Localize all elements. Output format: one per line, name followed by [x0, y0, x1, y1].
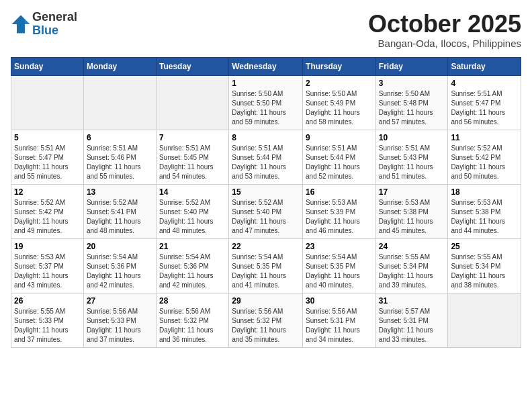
day-number: 3 — [379, 79, 445, 88]
day-number: 21 — [159, 242, 226, 251]
calendar-cell: 18Sunrise: 5:53 AM Sunset: 5:38 PM Dayli… — [448, 184, 521, 238]
calendar-cell: 1Sunrise: 5:50 AM Sunset: 5:50 PM Daylig… — [229, 75, 303, 130]
day-info: Sunrise: 5:50 AM Sunset: 5:49 PM Dayligh… — [306, 89, 373, 127]
weekday-header-tuesday: Tuesday — [156, 57, 228, 75]
calendar-cell: 21Sunrise: 5:54 AM Sunset: 5:36 PM Dayli… — [156, 238, 228, 293]
calendar-cell: 26Sunrise: 5:55 AM Sunset: 5:33 PM Dayli… — [11, 293, 84, 347]
calendar-cell: 8Sunrise: 5:51 AM Sunset: 5:44 PM Daylig… — [229, 130, 303, 184]
weekday-header-wednesday: Wednesday — [229, 57, 303, 75]
day-info: Sunrise: 5:57 AM Sunset: 5:31 PM Dayligh… — [379, 307, 445, 345]
calendar-cell: 10Sunrise: 5:51 AM Sunset: 5:43 PM Dayli… — [375, 130, 448, 184]
weekday-header-friday: Friday — [375, 57, 448, 75]
title-block: October 2025 Bangan-Oda, Ilocos, Philipp… — [368, 11, 521, 49]
day-info: Sunrise: 5:56 AM Sunset: 5:32 PM Dayligh… — [159, 307, 226, 345]
day-number: 29 — [232, 296, 300, 306]
logo-general-text: General — [32, 11, 77, 24]
day-info: Sunrise: 5:54 AM Sunset: 5:35 PM Dayligh… — [306, 253, 373, 290]
calendar-cell: 11Sunrise: 5:52 AM Sunset: 5:42 PM Dayli… — [448, 130, 521, 184]
calendar-cell: 9Sunrise: 5:51 AM Sunset: 5:44 PM Daylig… — [303, 130, 376, 184]
day-number: 28 — [159, 296, 226, 306]
day-number: 26 — [14, 296, 81, 306]
calendar-cell: 4Sunrise: 5:51 AM Sunset: 5:47 PM Daylig… — [448, 75, 521, 130]
calendar-cell — [83, 75, 156, 130]
day-info: Sunrise: 5:50 AM Sunset: 5:48 PM Dayligh… — [379, 89, 445, 127]
day-info: Sunrise: 5:55 AM Sunset: 5:33 PM Dayligh… — [14, 307, 81, 345]
day-info: Sunrise: 5:53 AM Sunset: 5:37 PM Dayligh… — [14, 253, 81, 290]
day-info: Sunrise: 5:54 AM Sunset: 5:35 PM Dayligh… — [232, 253, 300, 290]
calendar-cell — [448, 293, 521, 347]
calendar-cell — [11, 75, 84, 130]
calendar-table: SundayMondayTuesdayWednesdayThursdayFrid… — [11, 57, 521, 348]
calendar-cell: 3Sunrise: 5:50 AM Sunset: 5:48 PM Daylig… — [375, 75, 448, 130]
logo-text: General Blue — [32, 11, 77, 38]
day-info: Sunrise: 5:51 AM Sunset: 5:43 PM Dayligh… — [379, 144, 445, 181]
day-info: Sunrise: 5:51 AM Sunset: 5:44 PM Dayligh… — [232, 144, 300, 181]
calendar-cell: 31Sunrise: 5:57 AM Sunset: 5:31 PM Dayli… — [375, 293, 448, 347]
calendar-cell: 16Sunrise: 5:53 AM Sunset: 5:39 PM Dayli… — [303, 184, 376, 238]
calendar-cell: 7Sunrise: 5:51 AM Sunset: 5:45 PM Daylig… — [156, 130, 228, 184]
day-number: 5 — [14, 133, 81, 142]
day-number: 15 — [232, 187, 300, 197]
calendar-cell: 5Sunrise: 5:51 AM Sunset: 5:47 PM Daylig… — [11, 130, 84, 184]
calendar-cell: 17Sunrise: 5:53 AM Sunset: 5:38 PM Dayli… — [375, 184, 448, 238]
calendar-cell: 30Sunrise: 5:56 AM Sunset: 5:31 PM Dayli… — [303, 293, 376, 347]
calendar-cell: 25Sunrise: 5:55 AM Sunset: 5:34 PM Dayli… — [448, 238, 521, 293]
day-number: 23 — [306, 242, 373, 251]
calendar-body: 1Sunrise: 5:50 AM Sunset: 5:50 PM Daylig… — [11, 75, 521, 347]
day-info: Sunrise: 5:51 AM Sunset: 5:47 PM Dayligh… — [451, 89, 518, 127]
day-number: 4 — [451, 79, 518, 88]
calendar-week-3: 12Sunrise: 5:52 AM Sunset: 5:42 PM Dayli… — [11, 184, 521, 238]
calendar-cell: 15Sunrise: 5:52 AM Sunset: 5:40 PM Dayli… — [229, 184, 303, 238]
day-info: Sunrise: 5:53 AM Sunset: 5:38 PM Dayligh… — [379, 198, 445, 236]
day-info: Sunrise: 5:56 AM Sunset: 5:31 PM Dayligh… — [306, 307, 373, 345]
day-number: 12 — [14, 187, 81, 197]
day-info: Sunrise: 5:53 AM Sunset: 5:38 PM Dayligh… — [451, 198, 518, 236]
calendar-cell: 29Sunrise: 5:56 AM Sunset: 5:32 PM Dayli… — [229, 293, 303, 347]
calendar-week-4: 19Sunrise: 5:53 AM Sunset: 5:37 PM Dayli… — [11, 238, 521, 293]
day-info: Sunrise: 5:56 AM Sunset: 5:33 PM Dayligh… — [87, 307, 153, 345]
day-info: Sunrise: 5:52 AM Sunset: 5:41 PM Dayligh… — [87, 198, 153, 236]
day-info: Sunrise: 5:50 AM Sunset: 5:50 PM Dayligh… — [232, 89, 300, 127]
day-number: 19 — [14, 242, 81, 251]
day-info: Sunrise: 5:51 AM Sunset: 5:47 PM Dayligh… — [14, 144, 81, 181]
day-info: Sunrise: 5:52 AM Sunset: 5:42 PM Dayligh… — [451, 144, 518, 181]
calendar-cell: 23Sunrise: 5:54 AM Sunset: 5:35 PM Dayli… — [303, 238, 376, 293]
day-number: 10 — [379, 133, 445, 142]
day-number: 24 — [379, 242, 445, 251]
day-number: 16 — [306, 187, 373, 197]
day-info: Sunrise: 5:53 AM Sunset: 5:39 PM Dayligh… — [306, 198, 373, 236]
day-number: 14 — [159, 187, 226, 197]
day-number: 11 — [451, 133, 518, 142]
day-number: 13 — [87, 187, 153, 197]
calendar-cell — [156, 75, 228, 130]
day-info: Sunrise: 5:51 AM Sunset: 5:44 PM Dayligh… — [306, 144, 373, 181]
day-number: 9 — [306, 133, 373, 142]
calendar-cell: 24Sunrise: 5:55 AM Sunset: 5:34 PM Dayli… — [375, 238, 448, 293]
calendar-cell: 22Sunrise: 5:54 AM Sunset: 5:35 PM Dayli… — [229, 238, 303, 293]
weekday-header-thursday: Thursday — [303, 57, 376, 75]
logo-blue-text: Blue — [32, 24, 77, 38]
calendar-cell: 19Sunrise: 5:53 AM Sunset: 5:37 PM Dayli… — [11, 238, 84, 293]
day-info: Sunrise: 5:51 AM Sunset: 5:45 PM Dayligh… — [159, 144, 226, 181]
weekday-header-row: SundayMondayTuesdayWednesdayThursdayFrid… — [11, 57, 521, 75]
day-number: 31 — [379, 296, 445, 306]
day-info: Sunrise: 5:54 AM Sunset: 5:36 PM Dayligh… — [87, 253, 153, 290]
day-number: 20 — [87, 242, 153, 251]
weekday-header-monday: Monday — [83, 57, 156, 75]
logo: General Blue — [11, 11, 77, 38]
location-text: Bangan-Oda, Ilocos, Philippines — [368, 38, 521, 49]
day-info: Sunrise: 5:52 AM Sunset: 5:42 PM Dayligh… — [14, 198, 81, 236]
calendar-cell: 27Sunrise: 5:56 AM Sunset: 5:33 PM Dayli… — [83, 293, 156, 347]
day-number: 30 — [306, 296, 373, 306]
day-number: 2 — [306, 79, 373, 88]
calendar-cell: 20Sunrise: 5:54 AM Sunset: 5:36 PM Dayli… — [83, 238, 156, 293]
logo-icon — [11, 14, 31, 34]
day-info: Sunrise: 5:52 AM Sunset: 5:40 PM Dayligh… — [232, 198, 300, 236]
day-number: 8 — [232, 133, 300, 142]
day-number: 18 — [451, 187, 518, 197]
day-number: 25 — [451, 242, 518, 251]
day-number: 7 — [159, 133, 226, 142]
calendar-week-5: 26Sunrise: 5:55 AM Sunset: 5:33 PM Dayli… — [11, 293, 521, 347]
calendar-cell: 13Sunrise: 5:52 AM Sunset: 5:41 PM Dayli… — [83, 184, 156, 238]
calendar-cell: 12Sunrise: 5:52 AM Sunset: 5:42 PM Dayli… — [11, 184, 84, 238]
